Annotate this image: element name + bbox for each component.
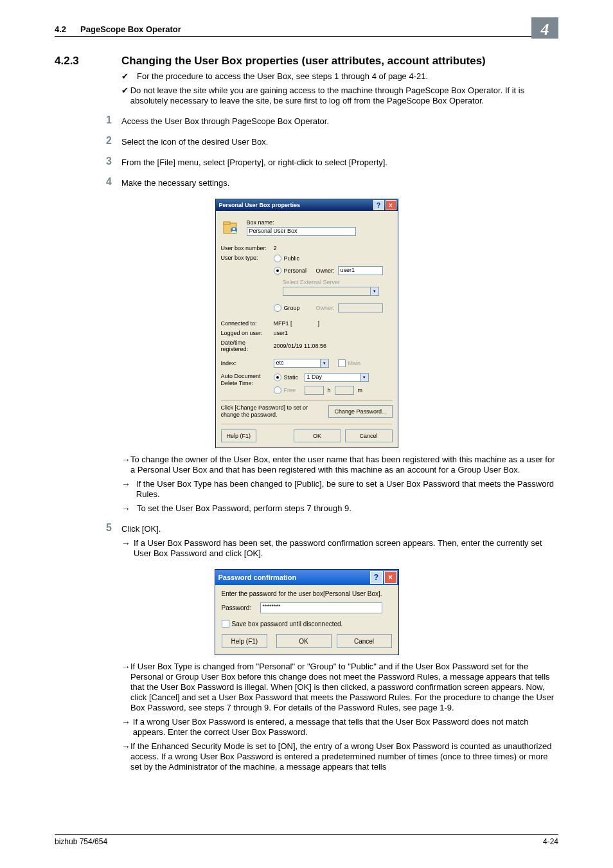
- close-icon[interactable]: ×: [384, 571, 397, 584]
- note-text: If a User Box Password has been set, the…: [134, 538, 558, 559]
- free-hours-input: [305, 386, 324, 395]
- change-password-text: Click [Change Password] to set or change…: [221, 404, 317, 419]
- free-radio[interactable]: [274, 386, 281, 394]
- static-time-select[interactable]: 1 Day: [305, 373, 369, 382]
- userbox-type-label: User box type:: [221, 255, 274, 261]
- prereq-text: For the procedure to access the User Box…: [137, 71, 428, 82]
- public-radio[interactable]: [274, 255, 281, 262]
- checkmark-icon: ✔: [121, 71, 137, 82]
- index-label: Index:: [221, 360, 274, 366]
- group-radio[interactable]: [274, 304, 281, 312]
- logged-on-user-value: user1: [274, 330, 289, 336]
- step-number: 5: [106, 523, 121, 534]
- note-text: If the Enhanced Security Mode is set to …: [130, 741, 558, 772]
- step-number: 4: [106, 177, 121, 188]
- footer-right: 4-24: [543, 837, 558, 846]
- svg-rect-1: [224, 222, 230, 224]
- select-external-server-label: Select External Server: [283, 279, 383, 285]
- personal-label: Personal: [284, 267, 316, 274]
- footer-left: bizhub 754/654: [55, 837, 107, 846]
- svg-point-3: [233, 228, 235, 230]
- help-button[interactable]: Help (F1): [222, 634, 268, 648]
- step-number: 2: [106, 136, 121, 147]
- boxname-input[interactable]: Personal User Box: [247, 227, 356, 236]
- step-text: Click [OK].: [121, 523, 161, 534]
- user-box-icon: [221, 218, 240, 237]
- subsection-title: Changing the User Box properties (user a…: [121, 55, 486, 68]
- ok-button[interactable]: OK: [276, 634, 332, 648]
- main-checkbox: [338, 359, 346, 367]
- chevron-down-icon: ▾: [370, 287, 378, 295]
- subsection-number: 4.2.3: [55, 55, 121, 68]
- note-text: To change the owner of the User Box, ent…: [130, 455, 558, 475]
- arrow-icon: →: [121, 538, 134, 559]
- static-radio[interactable]: [274, 374, 281, 381]
- help-icon[interactable]: ?: [373, 200, 384, 210]
- group-label: Group: [284, 305, 316, 311]
- boxname-label: Box name:: [247, 219, 393, 226]
- arrow-icon: →: [121, 479, 136, 500]
- static-label: Static: [284, 374, 305, 381]
- save-password-label: Save box password until disconnected.: [232, 620, 343, 628]
- help-button[interactable]: Help (F1): [221, 429, 257, 442]
- header-section-number: 4.2: [55, 24, 66, 34]
- note-text: If a wrong User Box Password is entered,…: [133, 717, 558, 737]
- note-text: If User Box Type is changed from "Person…: [130, 662, 558, 713]
- arrow-icon: →: [121, 455, 130, 475]
- help-icon[interactable]: ?: [370, 571, 383, 584]
- chevron-down-icon[interactable]: ▾: [320, 359, 328, 367]
- owner-label: Owner:: [316, 267, 338, 274]
- connected-to-value: MFP1 [: [274, 320, 292, 327]
- external-server-select: [283, 287, 379, 296]
- minutes-label: m: [358, 387, 363, 393]
- arrow-icon: →: [121, 717, 133, 737]
- owner-input[interactable]: user1: [338, 266, 383, 275]
- main-label: Main: [348, 360, 361, 366]
- step-text: Select the icon of the desired User Box.: [121, 136, 268, 147]
- arrow-icon: →: [121, 662, 130, 713]
- password-input[interactable]: ********: [260, 602, 382, 613]
- password-confirmation-dialog: Password confirmation ? × Enter the pass…: [215, 569, 399, 655]
- cancel-button[interactable]: Cancel: [345, 429, 393, 442]
- header-section-title: PageScope Box Operator: [80, 24, 181, 34]
- userbox-number-label: User box number:: [221, 245, 274, 251]
- arrow-icon: →: [121, 503, 137, 514]
- cancel-button[interactable]: Cancel: [337, 634, 392, 648]
- prereq-text: Do not leave the site while you are gain…: [130, 86, 558, 106]
- step-text: From the [File] menu, select [Property],…: [121, 156, 387, 168]
- personal-radio[interactable]: [274, 267, 281, 275]
- ok-button[interactable]: OK: [294, 429, 341, 442]
- save-password-checkbox[interactable]: [222, 620, 229, 628]
- datetime-registered-value: 2009/01/19 11:08:56: [274, 343, 327, 349]
- auto-delete-label: Auto Document Delete Time:: [221, 373, 274, 387]
- public-label: Public: [284, 255, 300, 262]
- logged-on-user-label: Logged on user:: [221, 330, 274, 336]
- dialog-message: Enter the password for the user box[Pers…: [222, 590, 392, 597]
- checkmark-icon: ✔: [121, 86, 130, 106]
- free-label: Free: [284, 387, 305, 393]
- hours-label: h: [328, 387, 331, 393]
- close-icon[interactable]: ×: [386, 200, 396, 210]
- datetime-registered-label: Date/time registered:: [221, 339, 274, 352]
- step-text: Make the necessary settings.: [121, 177, 229, 188]
- step-number: 3: [106, 156, 121, 168]
- group-owner-input: [338, 303, 383, 312]
- userbox-number-value: 2: [274, 245, 277, 251]
- change-password-button[interactable]: Change Password...: [328, 405, 392, 418]
- chevron-down-icon[interactable]: ▾: [360, 374, 368, 381]
- owner2-label: Owner:: [316, 305, 338, 311]
- note-text: To set the User Box Password, perform st…: [137, 503, 351, 514]
- password-label: Password:: [222, 604, 260, 611]
- note-text: If the User Box Type has been changed to…: [136, 479, 558, 500]
- user-box-properties-dialog: Personal User Box properties ? ×: [215, 199, 398, 448]
- free-minutes-input: [335, 386, 354, 395]
- connected-to-label: Connected to:: [221, 320, 274, 327]
- arrow-icon: →: [121, 741, 130, 772]
- step-text: Access the User Box through PageScope Bo…: [121, 115, 329, 127]
- dialog-title: Password confirmation: [218, 574, 297, 581]
- step-number: 1: [106, 115, 121, 127]
- dialog-title: Personal User Box properties: [219, 202, 301, 208]
- chapter-badge: 4: [531, 17, 558, 39]
